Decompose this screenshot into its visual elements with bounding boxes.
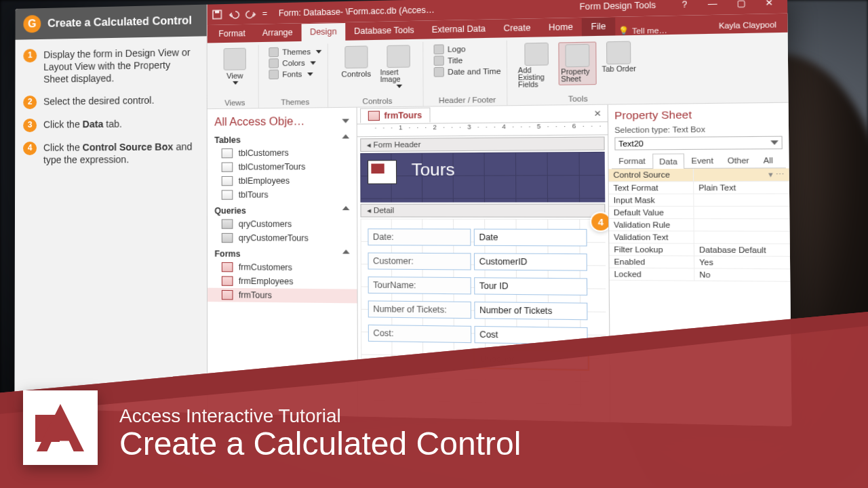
- horizontal-ruler: · · · 1 · · · 2 · · · 3 · · · 4 · · · 5 …: [357, 122, 608, 137]
- undo-icon[interactable]: [229, 9, 240, 20]
- field-label[interactable]: TourName:: [368, 277, 471, 294]
- property-row-locked[interactable]: LockedNo: [610, 268, 791, 282]
- tell-me-search[interactable]: 💡 Tell me…: [618, 25, 667, 35]
- nav-group-tables[interactable]: Tables: [208, 130, 357, 146]
- property-value[interactable]: [694, 207, 789, 218]
- form-field-row[interactable]: TourName:Tour ID: [368, 277, 588, 296]
- redo-icon[interactable]: [245, 8, 257, 20]
- nav-item-qrycustomers[interactable]: qryCustomers: [208, 217, 357, 231]
- form-logo-placeholder[interactable]: [368, 160, 397, 184]
- nav-item-frmtours[interactable]: frmTours: [208, 288, 357, 304]
- ribbon-tab-design[interactable]: Design: [301, 23, 345, 41]
- minimize-button[interactable]: —: [699, 0, 726, 13]
- property-value[interactable]: Database Default: [694, 244, 790, 256]
- ribbon-tab-external-data[interactable]: External Data: [423, 20, 495, 39]
- property-row-control-source[interactable]: Control Source▾ ⋯: [609, 168, 789, 182]
- field-control[interactable]: Cost: [474, 326, 587, 345]
- property-tab-data[interactable]: Data: [652, 153, 684, 169]
- property-value[interactable]: ▾ ⋯: [694, 168, 789, 181]
- property-value[interactable]: [694, 231, 790, 243]
- property-row-validation-text[interactable]: Validation Text: [609, 231, 789, 244]
- property-value[interactable]: [694, 219, 790, 231]
- maximize-button[interactable]: ▢: [728, 0, 755, 12]
- controls-button[interactable]: Controls: [338, 45, 374, 78]
- field-label[interactable]: Cost:: [368, 325, 471, 343]
- field-label[interactable]: Customer:: [368, 253, 471, 270]
- property-row-text-format[interactable]: Text FormatPlain Text: [609, 182, 789, 195]
- nav-item-tblemployees[interactable]: tblEmployees: [208, 174, 357, 188]
- nav-item-frmcustomers[interactable]: frmCustomers: [208, 260, 357, 275]
- step-number-badge: 2: [23, 95, 37, 108]
- nav-item-tbltours[interactable]: tblTours: [208, 188, 357, 202]
- nav-item-qrycustomertours[interactable]: qryCustomerTours: [208, 231, 357, 245]
- signed-in-user[interactable]: Kayla Claypool: [711, 16, 785, 34]
- tutorial-badge-icon: G: [23, 15, 41, 33]
- ribbon-tab-database-tools[interactable]: Database Tools: [345, 22, 423, 41]
- form-field-row[interactable]: Number of Tickets:Number of Tickets: [368, 300, 588, 320]
- detail-band[interactable]: Date:DateCustomer:CustomerIDTourName:Tou…: [361, 219, 607, 408]
- nav-pane-title[interactable]: All Access Obje…: [208, 112, 357, 131]
- navigation-pane[interactable]: All Access Obje… TablestblCustomerstblCu…: [208, 108, 358, 417]
- form-field-row[interactable]: Date:Date: [368, 228, 587, 246]
- field-control[interactable]: Tour ID: [474, 277, 587, 296]
- ribbon-tab-file[interactable]: File: [582, 18, 615, 36]
- help-button[interactable]: ?: [671, 0, 698, 14]
- themes-fonts-button[interactable]: Fonts: [269, 69, 321, 80]
- view-button[interactable]: View: [217, 47, 252, 85]
- save-icon[interactable]: [212, 9, 223, 20]
- property-value[interactable]: [694, 194, 789, 205]
- form-design-canvas[interactable]: frmTours ✕ · · · 1 · · · 2 · · · 3 · · ·…: [357, 105, 610, 422]
- property-value[interactable]: Plain Text: [694, 182, 789, 194]
- property-tab-other[interactable]: Other: [720, 152, 756, 168]
- add-existing-fields-button[interactable]: Add Existing Fields: [518, 43, 556, 89]
- property-value[interactable]: No: [694, 268, 790, 281]
- hf-title-button[interactable]: Title: [433, 55, 500, 66]
- document-tab-frmtours[interactable]: frmTours: [360, 108, 430, 123]
- property-sheet-object-selector[interactable]: Text20: [614, 136, 783, 150]
- ribbon-tab-arrange[interactable]: Arrange: [254, 24, 301, 42]
- form-field-row[interactable]: Customer:CustomerID: [368, 253, 587, 271]
- property-row-default-value[interactable]: Default Value: [609, 207, 789, 219]
- insert-image-button[interactable]: Insert Image: [380, 45, 416, 88]
- ribbon-tab-create[interactable]: Create: [494, 19, 540, 38]
- field-control[interactable]: Date: [474, 229, 587, 247]
- hf-date-and-time-button[interactable]: Date and Time: [433, 66, 500, 77]
- themes-themes-button[interactable]: Themes: [269, 47, 321, 58]
- form-header-band[interactable]: Tours: [360, 152, 605, 203]
- field-label[interactable]: Date:: [368, 228, 471, 246]
- dropdown-ellipsis-icon[interactable]: ▾ ⋯: [768, 170, 785, 180]
- hf-logo-button[interactable]: Logo: [433, 43, 500, 54]
- section-bar-form-header[interactable]: ◂ Form Header: [360, 137, 605, 152]
- field-control[interactable]: Number of Tickets: [474, 302, 587, 320]
- property-row-validation-rule[interactable]: Validation Rule: [609, 219, 789, 232]
- close-document-button[interactable]: ✕: [588, 108, 608, 118]
- property-row-enabled[interactable]: EnabledYes: [610, 256, 791, 269]
- property-sheet[interactable]: Property Sheet Selection type: Text Box …: [608, 103, 792, 426]
- field-control[interactable]: Unbound: [475, 350, 588, 369]
- section-bar-detail[interactable]: ◂ Detail: [360, 204, 605, 218]
- tab-order-button[interactable]: Tab Order: [599, 41, 638, 73]
- property-tab-format[interactable]: Format: [612, 153, 652, 169]
- nav-item-tblcustomertours[interactable]: tblCustomerTours: [208, 159, 357, 174]
- nav-group-forms[interactable]: Forms: [208, 245, 357, 261]
- nav-item-frmemployees[interactable]: frmEmployees: [208, 274, 357, 289]
- nav-item-tblcustomers[interactable]: tblCustomers: [208, 146, 357, 161]
- close-button[interactable]: ✕: [755, 0, 783, 12]
- property-tab-all[interactable]: All: [756, 152, 781, 168]
- ribbon-tab-format[interactable]: Format: [210, 25, 254, 43]
- form-field-row[interactable]: Cost:Cost: [368, 325, 588, 345]
- property-value[interactable]: Yes: [694, 256, 790, 268]
- property-row-input-mask[interactable]: Input Mask: [609, 194, 789, 207]
- mini-label: Logo: [448, 45, 466, 54]
- ribbon-tab-home[interactable]: Home: [540, 18, 583, 37]
- property-sheet-button[interactable]: Property Sheet: [559, 41, 597, 85]
- form-title-label[interactable]: Tours: [412, 160, 455, 180]
- nav-pane-title-text: All Access Obje…: [214, 115, 304, 129]
- nav-item-label: tblCustomers: [239, 148, 289, 158]
- field-control[interactable]: CustomerID: [474, 253, 587, 270]
- property-tab-event[interactable]: Event: [684, 152, 720, 168]
- property-row-filter-lookup[interactable]: Filter LookupDatabase Default: [609, 243, 789, 257]
- themes-colors-button[interactable]: Colors: [269, 58, 321, 68]
- field-label[interactable]: Number of Tickets:: [368, 300, 471, 319]
- nav-group-queries[interactable]: Queries: [208, 202, 357, 218]
